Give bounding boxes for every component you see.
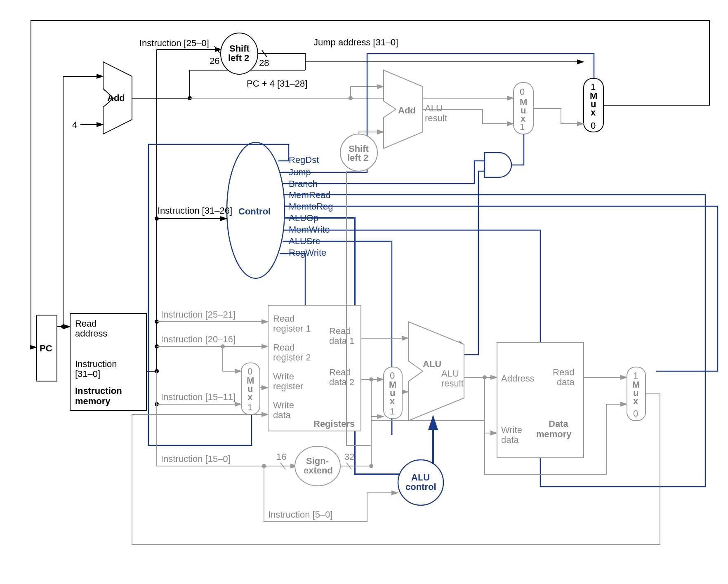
svg-text:data: data — [273, 410, 291, 420]
svg-text:x: x — [521, 113, 526, 124]
svg-text:28: 28 — [259, 58, 269, 68]
svg-text:Instruction [5–0]: Instruction [5–0] — [268, 509, 333, 520]
mux-alusrc: 0 1 M u x — [384, 367, 402, 419]
svg-text:0: 0 — [520, 87, 525, 97]
svg-text:Instruction: Instruction — [75, 359, 117, 369]
pc-label: PC — [40, 343, 52, 353]
svg-text:MemWrite: MemWrite — [289, 224, 330, 235]
svg-text:PC + 4 [31–28]: PC + 4 [31–28] — [247, 78, 307, 89]
svg-text:Read: Read — [329, 326, 351, 336]
svg-text:Read: Read — [329, 367, 351, 377]
mux-jump: 1 0 M u x — [584, 78, 603, 132]
svg-text:Instruction [25–0]: Instruction [25–0] — [139, 38, 209, 48]
svg-text:Data: Data — [549, 419, 568, 429]
svg-text:register: register — [273, 381, 303, 391]
svg-text:Control: Control — [238, 206, 271, 217]
svg-text:Add: Add — [398, 105, 416, 115]
svg-text:data 2: data 2 — [329, 377, 354, 387]
svg-text:Read: Read — [75, 318, 97, 329]
svg-text:Read: Read — [553, 367, 575, 377]
wire-branchmux-jumpmux — [533, 108, 584, 124]
mux-memtoreg: 1 0 M u x — [627, 367, 646, 421]
svg-text:Jump: Jump — [289, 167, 311, 177]
svg-text:x: x — [591, 107, 596, 118]
svg-text:x: x — [633, 396, 638, 406]
mux-branch: 0 1 M u x — [514, 82, 533, 134]
svg-text:Instruction [31–26]: Instruction [31–26] — [158, 205, 232, 216]
svg-text:extend: extend — [304, 465, 333, 476]
svg-text:ALU: ALU — [411, 472, 430, 483]
svg-text:Read: Read — [273, 313, 295, 324]
svg-text:Write: Write — [273, 400, 294, 410]
svg-text:memory: memory — [536, 429, 572, 439]
svg-text:left 2: left 2 — [228, 53, 249, 63]
svg-text:ALU: ALU — [423, 359, 441, 369]
svg-text:[31–0]: [31–0] — [75, 369, 100, 379]
svg-text:Address: Address — [501, 373, 535, 384]
wire-regwrite — [280, 254, 305, 305]
svg-text:16: 16 — [276, 452, 286, 462]
svg-text:Instruction [15–11]: Instruction [15–11] — [161, 392, 236, 402]
svg-text:4: 4 — [72, 120, 77, 130]
svg-text:1: 1 — [247, 402, 252, 412]
svg-text:x: x — [390, 396, 395, 406]
svg-text:RegDst: RegDst — [289, 155, 319, 165]
wire-zero — [464, 171, 485, 355]
svg-point-102 — [483, 375, 487, 379]
svg-text:data: data — [557, 377, 575, 387]
and-gate — [485, 153, 511, 177]
svg-text:ALU: ALU — [441, 368, 459, 379]
svg-text:Jump address [31–0]: Jump address [31–0] — [313, 37, 398, 47]
svg-text:address: address — [75, 328, 107, 339]
svg-text:MemtoReg: MemtoReg — [289, 201, 333, 212]
svg-text:Instruction [15–0]: Instruction [15–0] — [161, 454, 231, 464]
mux-regdst: 0 1 M u x — [241, 363, 260, 414]
svg-text:result: result — [441, 378, 464, 389]
svg-text:Shift: Shift — [229, 43, 250, 54]
svg-text:Add: Add — [107, 93, 125, 103]
wire-and-out — [511, 134, 524, 165]
svg-text:ALU: ALU — [425, 103, 443, 113]
svg-text:Read: Read — [273, 342, 295, 353]
svg-text:RegWrite: RegWrite — [289, 247, 326, 258]
svg-text:memory: memory — [75, 396, 111, 406]
svg-text:26: 26 — [210, 56, 219, 66]
svg-text:Write: Write — [273, 371, 294, 381]
svg-text:left 2: left 2 — [347, 153, 368, 163]
svg-text:32: 32 — [344, 452, 354, 462]
svg-text:data: data — [501, 435, 519, 445]
svg-text:Instruction: Instruction — [75, 386, 122, 396]
svg-text:x: x — [247, 392, 253, 402]
svg-text:1: 1 — [390, 406, 395, 417]
svg-text:register 1: register 1 — [273, 323, 311, 334]
svg-text:result: result — [425, 113, 447, 123]
svg-text:Sign-: Sign- — [306, 456, 329, 466]
svg-text:Instruction [25–21]: Instruction [25–21] — [161, 309, 236, 320]
svg-text:control: control — [405, 482, 436, 492]
svg-text:register 2: register 2 — [273, 352, 311, 363]
svg-text:data 1: data 1 — [329, 336, 354, 346]
wire-pc-up — [63, 76, 103, 327]
datapath-diagram: PC Read address Instruction [31–0] Instr… — [8, 8, 728, 584]
svg-text:0: 0 — [633, 408, 638, 419]
svg-text:0: 0 — [591, 120, 596, 131]
svg-text:Registers: Registers — [313, 419, 355, 429]
svg-text:Instruction [20–16]: Instruction [20–16] — [161, 334, 236, 344]
svg-text:Write: Write — [501, 425, 522, 435]
